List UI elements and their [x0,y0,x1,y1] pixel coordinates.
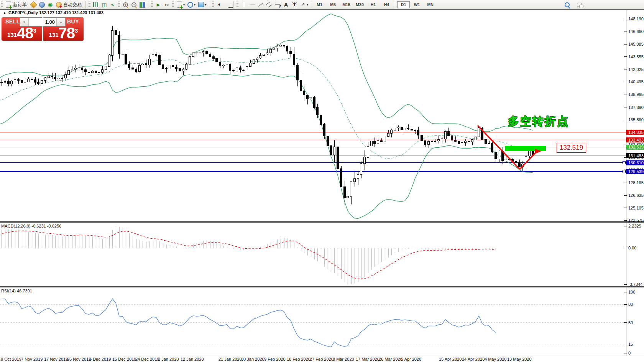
bar-chart-button[interactable] [92,0,100,9]
axis-tick-label: 126.635 [628,193,644,198]
turning-point-annotation[interactable]: 多空转折点 [508,116,569,127]
timeframe-mn[interactable]: MN [424,1,437,8]
label-icon: T [291,2,297,8]
accounts-button[interactable] [38,0,46,9]
auto-scroll-button[interactable]: ▶ [154,0,163,9]
periods-button[interactable]: ▾ [186,0,197,9]
axis-tick-label: 125.105 [628,206,644,210]
toolbar-group: ➤ [215,0,232,9]
signals-icon: ◉ [47,2,53,8]
timeframe-h4[interactable]: H4 [380,1,393,8]
channel-button[interactable] [265,0,273,9]
timeframe-w1[interactable]: W1 [411,1,423,8]
chat-button[interactable] [575,0,583,9]
axis-tick-label: -3.7344 [628,282,642,287]
trendline-button[interactable] [256,0,265,9]
new-order-icon [5,2,12,8]
line-chart-button[interactable]: ∿ [108,0,117,9]
chevron-down-icon[interactable]: ▾ [194,3,196,7]
line-drag-handle[interactable] [623,170,625,173]
toolbar-group: ▶↦ [154,0,171,9]
axis-tick-label: 130.610 [628,160,644,165]
axis-tick-label: 142.025 [628,67,644,72]
text-button[interactable]: A [282,0,290,9]
toolbar-group-handle[interactable] [237,2,238,8]
volume-increase-button[interactable]: ▲ [56,18,65,26]
toolbar-group-handle[interactable] [1,2,3,8]
templates-button[interactable]: ▾ [197,0,207,9]
toolbar-separator [311,1,311,8]
axis-tick-label: 8 Mar 2020 [333,357,354,361]
chevron-down-icon[interactable]: ▾ [307,3,308,7]
search-button[interactable] [563,0,571,9]
trendline-icon [258,2,264,8]
cursor-button[interactable]: ➤ [215,0,223,9]
toolbar-separator [233,1,234,8]
timeframe-h1[interactable]: H1 [367,1,380,8]
green-highlight-rectangle[interactable] [505,146,546,151]
history-button[interactable] [29,0,38,9]
volume-spinner: ▼ ▲ [20,18,66,26]
axis-tick-label: 26 Mar 2020 [379,357,402,361]
toolbar-group-handle[interactable] [118,2,120,8]
fibonacci-button[interactable] [273,0,282,9]
volume-input[interactable] [29,18,56,26]
crosshair-button[interactable] [223,0,232,9]
axis-tick-label: 13 May 2020 [507,357,532,361]
vertical-line-button[interactable] [240,0,248,9]
indicators-button[interactable]: ▾ [175,0,186,9]
toolbar-group-handle[interactable] [212,2,214,8]
toolbar-right-icons [563,0,583,9]
toolbar-group-handle[interactable] [172,2,174,8]
new-order-button[interactable]: 新订单 [4,0,29,9]
price-tag-annotation[interactable]: 132.519 [557,143,586,153]
candlestick-button[interactable]: ◫ [100,0,108,9]
axis-tick-label: 123.575 [628,218,644,223]
timeframe-d1[interactable]: D1 [397,1,410,8]
line-drag-handle[interactable] [623,162,625,164]
label-button[interactable]: T [290,0,299,9]
axis-tick-label: 9 Feb 2020 [264,357,286,361]
volume-decrease-button[interactable]: ▼ [20,18,29,26]
timeframe-bar: M1M5M15M30H1H4D1W1MN [313,1,437,8]
toolbar-group-handle[interactable] [89,2,90,8]
symbol-ohlc-text: GBPJPY-,Daily 132.127 132.410 131.423 13… [8,10,104,15]
timeframe-m5[interactable]: M5 [327,1,339,8]
mt4-window: { "toolbar": { "groups": [ [ {"icon":"ne… [0,0,644,363]
toolbar-separator [209,1,209,8]
axis-tick-label: 17 Nov 2019 [44,357,68,361]
zoom-in-button[interactable]: + [121,0,130,9]
horizontal-line-button[interactable] [248,0,256,9]
tile-windows-button[interactable] [138,0,146,9]
search-icon [564,2,570,8]
axis-tick-label: 15 Apr 2020 [439,357,462,361]
timeframe-m30[interactable]: M30 [353,1,366,8]
arrows-icon: ↗ [300,2,306,8]
toolbar-group-handle[interactable] [151,2,153,8]
toolbar-group: +− [121,0,146,9]
autotrading-icon [56,2,62,8]
channel-icon [266,2,272,8]
autotrading-button[interactable]: 自动交易 [54,0,84,9]
signals-button[interactable]: ◉ [46,0,54,9]
collapse-triangle-icon[interactable]: ▲ [3,11,6,15]
axis-tick-label: 5 Dec 2019 [89,357,111,361]
indicators-icon [176,2,182,8]
axis-tick-label: 0.00 [628,246,636,250]
axis-tick-label: 21 Jan 2020 [219,357,242,361]
toolbar: 新订单◉自动交易◫∿+−▶↦▾▾▾➤AT↗▾M1M5M15M30H1H4D1W1… [0,0,644,10]
crosshair-icon [225,2,231,8]
timeframe-m1[interactable]: M1 [313,1,326,8]
candlestick-icon: ◫ [101,2,107,8]
sell-label: SELL [5,18,20,25]
axis-tick-label: 131.483 [628,153,644,158]
zoom-out-button[interactable]: − [130,0,138,9]
macd-indicator-label: MACD(12,26,9) -0.6231 -0.6256 [1,224,61,228]
chevron-down-icon[interactable]: ▾ [205,3,206,7]
axis-tick-label: 30 Jan 2020 [241,357,264,361]
arrows-button[interactable]: ↗▾ [299,0,309,9]
chart-canvas[interactable]: 148.190146.660145.085143.555142.025140.4… [0,0,644,363]
timeframe-m15[interactable]: M15 [340,1,353,8]
axis-tick-label: 137.390 [628,105,644,110]
chart-shift-button[interactable]: ↦ [163,0,171,9]
